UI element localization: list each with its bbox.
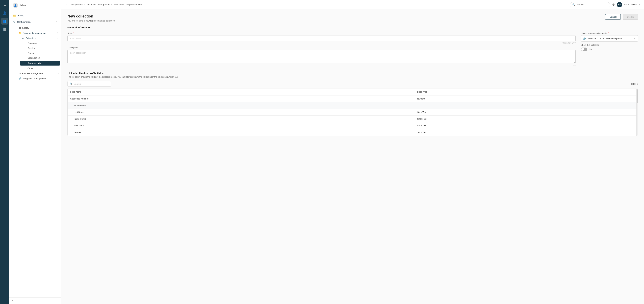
search-box[interactable]: 🔍 — [570, 2, 610, 7]
back-arrow-icon[interactable]: ← — [66, 3, 68, 6]
linked-profile-section: Linked representative profile * 🔗 Releas… — [581, 32, 638, 51]
cancel-button[interactable]: Cancel — [605, 14, 621, 20]
page-actions: Cancel Create — [605, 14, 638, 20]
description-input[interactable] — [68, 50, 576, 63]
settings-icon[interactable]: ⚙ — [612, 3, 615, 7]
desc-char-count: 0/255 — [68, 65, 576, 67]
sidebar-item-billing[interactable]: 💳 Billing › — [10, 13, 60, 19]
fields-table-container: Field name Field type Sequence Number Nu… — [68, 89, 638, 136]
profile-name: Release 2109 representative profile — [588, 37, 622, 40]
description-label: Description + — [68, 47, 576, 49]
admin-icon: 👤 — [13, 3, 18, 8]
configuration-icon: ⚙ — [13, 20, 16, 24]
fields-search-input[interactable] — [74, 83, 109, 85]
group-name: General fields — [73, 104, 86, 107]
sidebar-item-configuration[interactable]: ⚙ Configuration ∨ — [10, 19, 60, 25]
linked-fields-title: Linked collection profile fields — [68, 72, 638, 75]
billing-icon: 💳 — [13, 14, 16, 17]
linked-profile-label: Linked representative profile * — [581, 32, 638, 34]
general-info-title: General information — [68, 26, 638, 29]
sidebar-item-process-management[interactable]: ⚙ Process management › — [13, 71, 61, 76]
breadcrumb-sep-1: / — [84, 3, 85, 6]
library-chevron: › — [58, 27, 58, 29]
dossier-label: Dossier — [28, 47, 35, 49]
user-menu-chevron[interactable]: ∨ — [639, 4, 640, 6]
linked-fields-section: Linked collection profile fields The lis… — [68, 72, 638, 136]
group-chevron-icon[interactable]: ∨ — [70, 104, 72, 106]
process-management-icon: ⚙ — [19, 72, 21, 75]
toggle-label: No — [589, 48, 592, 51]
sidebar-item-library[interactable]: 🏛 Library › — [13, 25, 61, 30]
table-row: Sequence Number Numeric — [68, 95, 638, 102]
name-label: Name * — [68, 32, 576, 34]
show-collection-label: Show this collection — [581, 44, 638, 46]
user-name: Sunil Gowda — [624, 3, 636, 6]
sidebar-item-organization[interactable]: Organization — [19, 55, 61, 60]
field-type-cell: Numeric — [414, 95, 638, 102]
name-char-count: Characters 0/80 — [68, 42, 576, 44]
remove-profile-icon[interactable]: ✕ — [634, 37, 636, 40]
scrollbar-track[interactable] — [636, 89, 638, 136]
cloud-nav-icon[interactable]: ☁ — [1, 2, 8, 9]
name-input[interactable] — [68, 35, 576, 41]
sidebar-item-library-label: Library — [22, 27, 29, 29]
table-row: Gender ShortText — [68, 129, 638, 136]
sidebar: 👤 Admin 💳 Billing › ⚙ Configuration ∨ 🏛 … — [10, 0, 62, 304]
person-label: Person — [28, 52, 34, 54]
sidebar-item-other[interactable]: Other — [19, 66, 61, 71]
doc-mgmt-chevron: ∨ — [57, 32, 58, 34]
organization-label: Organization — [28, 57, 40, 59]
process-mgmt-chevron: › — [58, 72, 58, 74]
table-row: Name Prefix ShortText — [68, 116, 638, 122]
avatar: SU — [617, 2, 622, 8]
icon-bar: ☁ 👤 👥 📄 — [0, 0, 10, 304]
page-header: New collection You are creating a new re… — [68, 14, 638, 22]
linked-fields-desc: The list below shows the fields of the s… — [68, 76, 638, 78]
sidebar-item-integration-management-label: Integration management — [23, 77, 46, 80]
desc-required: + — [78, 47, 80, 49]
document-collection-label: Document — [28, 42, 38, 45]
sidebar-item-document[interactable]: Document — [19, 41, 61, 46]
sidebar-item-dossier[interactable]: Dossier — [19, 46, 61, 51]
sidebar-footer[interactable]: « — [10, 297, 61, 304]
breadcrumb-sep-2: / — [111, 3, 112, 6]
toggle-row: No — [581, 48, 638, 51]
billing-chevron: › — [57, 15, 58, 17]
page-header-left: New collection You are creating a new re… — [68, 14, 116, 22]
fields-table-body: Sequence Number Numeric ∨ General fields — [68, 95, 638, 136]
field-type-cell: ShortText — [414, 109, 638, 116]
field-name-cell: Sequence Number — [68, 95, 414, 102]
sidebar-item-person[interactable]: Person — [19, 51, 61, 55]
collections-chevron: ∨ — [57, 37, 58, 39]
page-subtitle: You are creating a new representatives c… — [68, 20, 116, 22]
table-row: ∨ General fields — [68, 102, 638, 109]
sidebar-item-representative[interactable]: Representative — [20, 61, 60, 66]
col-field-type: Field type — [414, 89, 638, 95]
form-row: Name * Characters 0/80 Description + 0/2… — [68, 32, 638, 67]
breadcrumb-config[interactable]: Configuration — [70, 3, 83, 6]
users-nav-icon[interactable]: 👥 — [1, 18, 8, 25]
sidebar-item-collections[interactable]: 🗂 Collections ∨ — [16, 36, 61, 41]
collapse-icon: « — [12, 300, 13, 302]
document-nav-icon[interactable]: 📄 — [1, 26, 8, 33]
sidebar-header: 👤 Admin — [10, 0, 61, 11]
show-collection: Show this collection No — [581, 44, 638, 51]
library-icon: 🏛 — [19, 27, 21, 29]
user-nav-icon[interactable]: 👤 — [1, 10, 8, 17]
field-name-cell: Gender — [68, 129, 414, 136]
field-name-cell: First Name — [68, 122, 414, 129]
general-info-section: General information Name * Characters 0/… — [68, 26, 638, 67]
search-input[interactable] — [576, 3, 608, 6]
sidebar-item-document-management[interactable]: 📁 Document management ∨ — [13, 30, 61, 36]
sidebar-item-billing-label: Billing — [18, 14, 24, 17]
total-count: Total: 8 — [631, 83, 638, 85]
form-right: Linked representative profile * 🔗 Releas… — [581, 32, 638, 51]
sidebar-item-document-management-label: Document management — [23, 32, 46, 34]
fields-search[interactable]: 🔍 — [68, 81, 111, 87]
breadcrumb-collections[interactable]: Collections — [113, 3, 124, 6]
sidebar-item-integration-management[interactable]: 🔗 Integration management › — [13, 76, 61, 81]
show-collection-toggle[interactable] — [581, 48, 587, 51]
create-button[interactable]: Create — [623, 14, 638, 20]
integration-mgmt-chevron: › — [58, 78, 58, 80]
breadcrumb-doc-mgmt[interactable]: Document management — [86, 3, 110, 6]
